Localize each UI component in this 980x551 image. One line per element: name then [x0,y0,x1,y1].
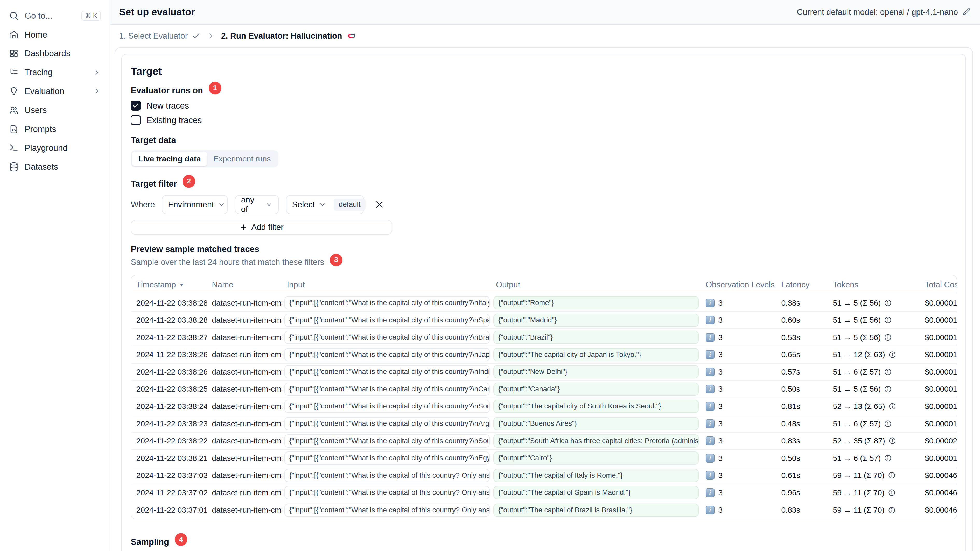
column-header-name[interactable]: Name [207,280,283,289]
table-row[interactable]: 2024-11-22 03:37:01dataset-run-item-cm3s… [131,502,956,519]
sidebar-item-home[interactable]: Home [0,25,110,44]
cell-input[interactable]: {"input":[{"content":"What is the capita… [285,434,490,448]
cell-output[interactable]: {"output":"Buenos Aires"} [493,417,699,430]
filter-operator-select[interactable]: any of [235,195,279,214]
sidebar-item-users[interactable]: Users [0,101,110,120]
filter-value-select[interactable]: Select default [286,195,364,214]
cell-output[interactable]: {"output":"The capital city of Japan is … [493,348,699,361]
checkbox-row-new-traces: New traces [130,100,957,111]
cell-input[interactable]: {"input":[{"content":"What is the capita… [285,296,490,310]
cell-output[interactable]: {"output":"South Africa has three capita… [493,434,699,448]
table-row[interactable]: 2024-11-22 03:38:22dataset-run-item-cm3s… [131,433,956,450]
info-icon[interactable] [884,454,892,462]
table-row[interactable]: 2024-11-22 03:38:28dataset-run-item-cm3s… [131,294,956,312]
info-level-icon: i [706,299,714,307]
table-row[interactable]: 2024-11-22 03:38:24dataset-run-item-cm3s… [131,398,956,416]
table-row[interactable]: 2024-11-22 03:38:26dataset-run-item-cm3s… [131,364,956,381]
info-icon[interactable] [884,333,892,341]
sidebar-item-prompts[interactable]: Prompts [0,120,110,139]
cell-input[interactable]: {"input":[{"content":"What is the capita… [285,383,490,396]
tab-experiment-runs[interactable]: Experiment runs [207,152,277,166]
cell-input[interactable]: {"input":[{"content":"What is the capita… [285,314,490,327]
preview-subtitle: Sample over the last 24 hours that match… [130,257,324,267]
table-row[interactable]: 2024-11-22 03:38:27dataset-run-item-cm3s… [131,329,956,346]
info-icon[interactable] [884,299,892,307]
cell-input[interactable]: {"input":[{"content":"What is the capita… [285,469,490,482]
cell-observation-level: 3 [718,488,722,497]
cell-input[interactable]: {"input":[{"content":"What is the capita… [285,331,490,344]
cell-output[interactable]: {"output":"The capital of Spain is Madri… [493,486,699,499]
column-header-timestamp[interactable]: Timestamp ▼ [131,280,207,289]
info-icon[interactable] [884,316,892,324]
evaluator-form-card: Target Evaluator runs on1 New traces Exi… [115,47,973,551]
column-header-latency[interactable]: Latency [776,280,828,289]
cell-input[interactable]: {"input":[{"content":"What is the capita… [285,486,490,499]
existing-traces-checkbox[interactable] [130,115,141,125]
cell-input[interactable]: {"input":[{"content":"What is the capita… [285,417,490,430]
cell-output[interactable]: {"output":"Canada"} [493,383,699,396]
table-row[interactable]: 2024-11-22 03:38:21dataset-run-item-cm3s… [131,450,956,467]
filter-value-chip: default [334,198,366,211]
breadcrumb-step1[interactable]: 1. Select Evaluator [119,31,200,41]
sidebar-item-evaluation[interactable]: Evaluation [0,82,110,101]
remove-filter-button[interactable] [375,200,384,209]
info-icon[interactable] [888,402,897,411]
info-icon [884,333,892,341]
check-icon [192,31,200,40]
tab-live-tracing-data[interactable]: Live tracing data [132,152,207,166]
cell-output[interactable]: {"output":"New Delhi"} [493,365,699,378]
cell-output[interactable]: {"output":"The capital of Italy is Rome.… [493,469,699,482]
info-icon[interactable] [884,419,892,428]
sidebar-item-dashboards[interactable]: Dashboards [0,44,110,63]
cell-input[interactable]: {"input":[{"content":"What is the capita… [285,365,490,378]
table-row[interactable]: 2024-11-22 03:37:02dataset-run-item-cm3s… [131,484,956,502]
table-row[interactable]: 2024-11-22 03:38:28dataset-run-item-cm3s… [131,312,956,329]
datasets-icon [9,162,19,172]
info-icon[interactable] [888,351,897,359]
table-row[interactable]: 2024-11-22 03:38:26dataset-run-item-cm3s… [131,346,956,364]
add-filter-button[interactable]: Add filter [130,220,392,235]
cell-latency: 0.38s [781,299,800,307]
info-icon[interactable] [888,437,897,445]
cell-output[interactable]: {"output":"The capital city of South Kor… [493,400,699,413]
column-header-tokens[interactable]: Tokens [828,280,920,289]
cell-output[interactable]: {"output":"Brazil"} [493,331,699,344]
info-icon[interactable] [884,368,892,376]
cell-input[interactable]: {"input":[{"content":"What is the capita… [285,348,490,361]
column-header-input[interactable]: Input [282,280,492,289]
sidebar-item-datasets[interactable]: Datasets [0,157,110,176]
info-icon[interactable] [884,385,892,394]
cell-output[interactable]: {"output":"Cairo"} [493,451,699,465]
goto-label: Go to... [25,11,52,21]
filter-field-select[interactable]: Environment [162,195,228,214]
new-traces-label: New traces [146,101,189,111]
cell-output[interactable]: {"output":"The capital of Brazil is Bras… [493,503,699,517]
column-header-output[interactable]: Output [492,280,701,289]
cell-timestamp: 2024-11-22 03:38:27 [136,333,207,341]
pencil-icon[interactable] [963,8,971,16]
info-icon[interactable] [888,471,896,480]
cell-input[interactable]: {"input":[{"content":"What is the capita… [285,503,490,517]
new-traces-checkbox[interactable] [130,100,141,111]
chevron-down-icon [265,201,273,208]
column-header-total-cost[interactable]: Total Cost [920,280,957,289]
sidebar-item-tracing[interactable]: Tracing [0,63,110,82]
info-icon [888,402,897,411]
table-row[interactable]: 2024-11-22 03:37:03dataset-run-item-cm3s… [131,467,956,484]
cell-timestamp: 2024-11-22 03:38:21 [136,454,207,462]
filter-field-value: Environment [168,200,214,210]
cell-input[interactable]: {"input":[{"content":"What is the capita… [285,451,490,465]
cell-output[interactable]: {"output":"Madrid"} [493,314,699,327]
cell-output[interactable]: {"output":"Rome"} [493,296,699,310]
cell-input[interactable]: {"input":[{"content":"What is the capita… [285,400,490,413]
table-body: 2024-11-22 03:38:28dataset-run-item-cm3s… [131,294,956,519]
info-icon[interactable] [888,506,896,514]
goto-search[interactable]: Go to... ⌘ K [0,6,110,25]
column-header-observation-levels[interactable]: Observation Levels [700,280,776,289]
users-icon [9,105,19,115]
table-row[interactable]: 2024-11-22 03:38:23dataset-run-item-cm3s… [131,415,956,433]
info-icon[interactable] [888,489,896,497]
cell-total-cost: $0.000011 ( [925,299,957,307]
sidebar-item-playground[interactable]: Playground [0,138,110,157]
table-row[interactable]: 2024-11-22 03:38:25dataset-run-item-cm3s… [131,381,956,398]
